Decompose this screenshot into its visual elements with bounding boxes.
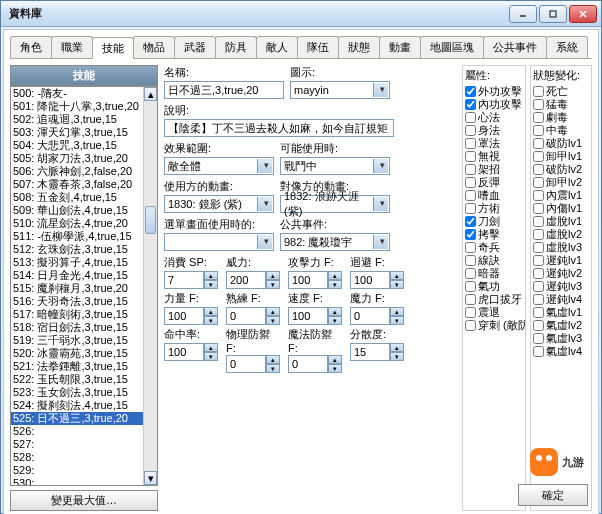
attr-check[interactable]: 刀劍 <box>465 215 523 228</box>
tab-1[interactable]: 職業 <box>51 36 93 58</box>
attr-check[interactable]: 嗜血 <box>465 189 523 202</box>
tab-5[interactable]: 防具 <box>215 36 257 58</box>
list-item[interactable]: 526: <box>11 425 143 438</box>
list-item[interactable]: 503: 渾天幻掌,3,true,15 <box>11 126 143 139</box>
anim2-combo[interactable]: 1832: 浪跡天涯 (紫) <box>280 195 390 213</box>
tab-8[interactable]: 狀態 <box>338 36 380 58</box>
tab-12[interactable]: 系統 <box>546 36 588 58</box>
minimize-button[interactable] <box>509 5 537 23</box>
list-item[interactable]: 512: 玄珠劍法,3,true,15 <box>11 243 143 256</box>
common-combo[interactable]: 982: 魔殺瓊宇 <box>280 233 390 251</box>
name-input[interactable] <box>164 81 284 99</box>
state-check[interactable]: 虛脫lv2 <box>533 228 589 241</box>
list-item[interactable]: 516: 天羽奇法,3,true,15 <box>11 295 143 308</box>
tab-3[interactable]: 物品 <box>133 36 175 58</box>
attr-check[interactable]: 心法 <box>465 111 523 124</box>
close-button[interactable] <box>569 5 597 23</box>
atkf-input[interactable]: ▴▾ <box>288 271 344 289</box>
scope-combo[interactable]: 敵全體 <box>164 157 274 175</box>
state-check[interactable]: 破防lv2 <box>533 163 589 176</box>
hit-input[interactable]: ▴▾ <box>164 343 220 361</box>
list-item[interactable]: 515: 魔刹穰月,3,true,20 <box>11 282 143 295</box>
list-item[interactable]: 523: 玉女劍法,3,true,15 <box>11 386 143 399</box>
sp-input[interactable]: ▴▾ <box>164 271 220 289</box>
pow-input[interactable]: ▴▾ <box>226 271 282 289</box>
state-check[interactable]: 內傷lv1 <box>533 202 589 215</box>
list-item[interactable]: 501: 降龍十八掌,3,true,20 <box>11 100 143 113</box>
attr-check[interactable]: 暗器 <box>465 267 523 280</box>
list-item[interactable]: 530: <box>11 477 143 485</box>
maximize-button[interactable] <box>539 5 567 23</box>
skill-list[interactable]: 500: ‑隋友‑501: 降龍十八掌,3,true,20502: 追魂迴,3,… <box>10 86 158 486</box>
state-check[interactable]: 中毒 <box>533 124 589 137</box>
attr-check[interactable]: 無視 <box>465 150 523 163</box>
list-item[interactable]: 527: <box>11 438 143 451</box>
state-check[interactable]: 劇毒 <box>533 111 589 124</box>
str-input[interactable]: ▴▾ <box>164 307 220 325</box>
list-item[interactable]: 510: 流星劍法,4,true,20 <box>11 217 143 230</box>
attr-check[interactable]: 內功攻擊 <box>465 98 523 111</box>
tab-7[interactable]: 隊伍 <box>297 36 339 58</box>
tab-4[interactable]: 武器 <box>174 36 216 58</box>
list-item[interactable]: 517: 暗幢刻術,3,true,15 <box>11 308 143 321</box>
attr-check[interactable]: 拷擊 <box>465 228 523 241</box>
state-check[interactable]: 虛脫lv3 <box>533 241 589 254</box>
spd-input[interactable]: ▴▾ <box>288 307 344 325</box>
state-check[interactable]: 遲鈍lv2 <box>533 267 589 280</box>
tab-10[interactable]: 地圖區塊 <box>420 36 484 58</box>
tab-9[interactable]: 動畫 <box>379 36 421 58</box>
scroll-down-icon[interactable]: ▾ <box>144 471 157 485</box>
attr-check[interactable]: 氣功 <box>465 280 523 293</box>
list-item[interactable]: 513: 擬羽算子,4,true,15 <box>11 256 143 269</box>
list-item[interactable]: 509: 華山劍法,4,true,15 <box>11 204 143 217</box>
list-scrollbar[interactable]: ▴ ▾ <box>143 87 157 485</box>
state-check[interactable]: 氣虛lv4 <box>533 345 589 358</box>
attr-check[interactable]: 穿刺 (敵防減 <box>465 319 523 332</box>
state-check[interactable]: 氣虛lv1 <box>533 306 589 319</box>
state-check[interactable]: 卸甲lv1 <box>533 150 589 163</box>
menu-combo[interactable] <box>164 233 274 251</box>
tab-6[interactable]: 敵人 <box>256 36 298 58</box>
list-item[interactable]: 506: 六脈神劍,2,false,20 <box>11 165 143 178</box>
attr-check[interactable]: 罩法 <box>465 137 523 150</box>
list-item[interactable]: 514: 日月金光,4,true,15 <box>11 269 143 282</box>
state-check[interactable]: 氣虛lv3 <box>533 332 589 345</box>
attr-check[interactable]: 線訣 <box>465 254 523 267</box>
attr-check[interactable]: 架招 <box>465 163 523 176</box>
list-item[interactable]: 520: 冰靈霸苑,3,true,15 <box>11 347 143 360</box>
state-check[interactable]: 遲鈍lv4 <box>533 293 589 306</box>
tab-2[interactable]: 技能 <box>92 37 134 59</box>
scroll-thumb[interactable] <box>145 206 156 234</box>
mdef-input[interactable]: ▴▾ <box>288 355 344 373</box>
icon-combo[interactable]: mayyin <box>290 81 390 99</box>
attr-check[interactable]: 震退 <box>465 306 523 319</box>
state-check[interactable]: 氣虛lv2 <box>533 319 589 332</box>
list-item[interactable]: 519: 三千弱水,3,true,15 <box>11 334 143 347</box>
state-check[interactable]: 破防lv1 <box>533 137 589 150</box>
state-check[interactable]: 猛毒 <box>533 98 589 111</box>
anim1-combo[interactable]: 1830: 鏡影 (紫) <box>164 195 274 213</box>
list-item[interactable]: 508: 五金刻,4,true,15 <box>11 191 143 204</box>
state-check[interactable]: 虛脫lv1 <box>533 215 589 228</box>
list-item[interactable]: 504: 大悲咒,3,true,15 <box>11 139 143 152</box>
state-check[interactable]: 內震lv1 <box>533 189 589 202</box>
change-max-button[interactable]: 變更最大值… <box>10 490 158 511</box>
scroll-up-icon[interactable]: ▴ <box>144 87 157 101</box>
dex-input[interactable]: ▴▾ <box>226 307 282 325</box>
ok-button[interactable]: 確定 <box>518 484 588 506</box>
list-item[interactable]: 511: ‑伍柳學派,4,true,15 <box>11 230 143 243</box>
attr-check[interactable]: 身法 <box>465 124 523 137</box>
list-item[interactable]: 529: <box>11 464 143 477</box>
attr-check[interactable]: 方術 <box>465 202 523 215</box>
var-input[interactable]: ▴▾ <box>350 343 406 361</box>
list-item[interactable]: 525: 日不過三,3,true,20 <box>11 412 143 425</box>
list-item[interactable]: 522: 玉氏朝限,3,true,15 <box>11 373 143 386</box>
pdef-input[interactable]: ▴▾ <box>226 355 282 373</box>
list-item[interactable]: 518: 宿日劍法,3,true,15 <box>11 321 143 334</box>
tab-0[interactable]: 角色 <box>10 36 52 58</box>
list-item[interactable]: 528: <box>11 451 143 464</box>
list-item[interactable]: 502: 追魂迴,3,true,15 <box>11 113 143 126</box>
attr-check[interactable]: 外功攻擊 <box>465 85 523 98</box>
list-item[interactable]: 500: ‑隋友‑ <box>11 87 143 100</box>
list-item[interactable]: 524: 擬刹刻法,4,true,15 <box>11 399 143 412</box>
